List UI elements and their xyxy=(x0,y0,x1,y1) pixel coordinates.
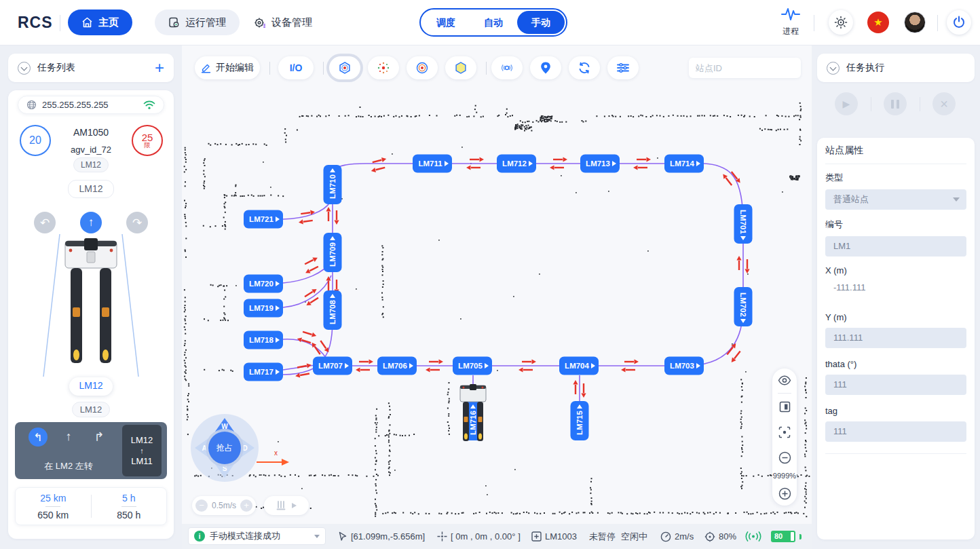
zoom-in-button[interactable] xyxy=(772,487,797,503)
station-LM710[interactable]: LM710 xyxy=(324,165,342,204)
zoom-percent: 9999% xyxy=(770,472,799,480)
speed-plus-button[interactable]: + xyxy=(240,499,252,512)
play-icon: ▶ xyxy=(843,98,850,109)
turn-right-icon[interactable]: ↷ xyxy=(126,212,148,233)
station-LM703[interactable]: LM703 xyxy=(664,357,704,375)
nav-item-device[interactable]: 设备管理 xyxy=(240,10,326,35)
straight-icon[interactable]: ↑ xyxy=(80,212,102,233)
toolbar-target-ring-button[interactable] xyxy=(407,56,438,79)
station-LM721[interactable]: LM721 xyxy=(244,210,283,229)
map-canvas[interactable]: xLM710LM709LM708LM716LM715LM701LM702LM71… xyxy=(182,45,812,549)
target-icon xyxy=(704,531,715,542)
svg-text:LM712: LM712 xyxy=(502,159,527,168)
center-focus-button[interactable] xyxy=(772,426,797,441)
connection-status-select[interactable]: i 手动模式连接成功 xyxy=(188,527,326,545)
svg-text:LM704: LM704 xyxy=(565,362,589,370)
station-LM705[interactable]: LM705 xyxy=(453,357,492,375)
station-LM718[interactable]: LM718 xyxy=(244,331,283,349)
station-LM717[interactable]: LM717 xyxy=(244,363,283,381)
cursor-position: [61.099m,-5.656m] xyxy=(338,524,425,549)
agv-ip-row[interactable]: 255.255.255.255 xyxy=(18,96,164,114)
pause-task-button[interactable] xyxy=(884,92,907,115)
station-LM708[interactable]: LM708 xyxy=(324,290,342,330)
svg-text:LM702: LM702 xyxy=(739,292,747,317)
rcs-app: RCS 主页 运行管理 设备管理 调度 自动 手动 进程 ★ xyxy=(0,0,980,549)
route-arrow: ↑ xyxy=(140,447,144,455)
speed-limit-badge: 25限 xyxy=(132,125,163,156)
toolbar-refresh-button[interactable] xyxy=(569,56,600,79)
station-tag: LM12 xyxy=(73,157,109,172)
station-LM719[interactable]: LM719 xyxy=(244,299,283,318)
mode-manual[interactable]: 手动 xyxy=(517,11,565,34)
station-LM714[interactable]: LM714 xyxy=(664,155,704,173)
current-speed-badge: 20 xyxy=(20,125,51,156)
map-view-toolbar: 9999% xyxy=(772,368,797,506)
idle-state: 空闲中 xyxy=(621,524,647,549)
station-LM707[interactable]: LM707 xyxy=(313,357,352,375)
sliders-icon xyxy=(616,62,630,74)
mode-dispatch[interactable]: 调度 xyxy=(422,11,470,34)
station-LM720[interactable]: LM720 xyxy=(244,275,283,293)
nav-item-home[interactable]: 主页 xyxy=(68,10,132,35)
station-LM702[interactable]: LM702 xyxy=(734,287,753,326)
start-edit-button[interactable]: 开始编辑 xyxy=(195,56,260,79)
minimap-button[interactable] xyxy=(772,401,797,415)
gauge-icon xyxy=(660,531,671,542)
location-pin-icon xyxy=(540,61,552,75)
user-avatar[interactable] xyxy=(904,12,926,33)
mode-auto[interactable]: 自动 xyxy=(470,11,517,34)
speed-minus-button[interactable]: − xyxy=(195,499,208,512)
start-edit-label: 开始编辑 xyxy=(216,62,254,74)
toolbar-point-cloud-button[interactable] xyxy=(368,56,399,79)
type-select[interactable]: 普通站点 xyxy=(825,189,966,210)
refresh-icon xyxy=(578,61,591,75)
sun-icon xyxy=(834,16,848,29)
svg-text:LM703: LM703 xyxy=(670,362,694,370)
station-search-input[interactable] xyxy=(696,63,812,73)
nav-item-operation[interactable]: 运行管理 xyxy=(155,10,240,35)
tag-input[interactable]: 111 xyxy=(825,421,966,442)
station-LM709[interactable]: LM709 xyxy=(324,233,342,272)
add-task-button[interactable]: + xyxy=(155,61,164,75)
process-button[interactable]: 进程 xyxy=(776,7,806,37)
power-button[interactable] xyxy=(947,10,971,35)
divider xyxy=(814,15,814,31)
fork-control[interactable] xyxy=(264,496,309,515)
station-search xyxy=(689,58,801,78)
y-input[interactable]: 111.111 xyxy=(825,328,966,348)
theme-toggle-button[interactable] xyxy=(829,10,853,35)
play-task-button[interactable]: ▶ xyxy=(835,92,858,115)
theta-input[interactable]: 111 xyxy=(825,375,966,395)
number-input[interactable]: LM1 xyxy=(825,236,966,257)
agv-model: AM1050 xyxy=(50,127,132,138)
station-LM715[interactable]: LM715 xyxy=(571,401,589,440)
station-LM701[interactable]: LM701 xyxy=(734,204,753,244)
top-navbar: RCS 主页 运行管理 设备管理 调度 自动 手动 进程 ★ xyxy=(0,0,980,45)
toolbar-area-hex-button[interactable] xyxy=(445,56,476,79)
x-value[interactable]: -111.111 xyxy=(825,282,966,292)
radar-icon xyxy=(500,61,514,75)
route-box: LM12 ↑ LM11 xyxy=(122,425,162,476)
plus-square-icon xyxy=(531,531,542,542)
station-LM704[interactable]: LM704 xyxy=(559,357,599,375)
cancel-task-button[interactable]: × xyxy=(932,92,956,115)
hours-col: 5 h 850 h xyxy=(92,488,167,525)
station-LM711[interactable]: LM711 xyxy=(413,155,452,173)
io-button[interactable]: I/O xyxy=(278,56,314,79)
toolbar-filter-button[interactable] xyxy=(607,56,639,79)
divider xyxy=(920,97,920,111)
station-LM713[interactable]: LM713 xyxy=(580,155,620,173)
station-LM712[interactable]: LM712 xyxy=(497,155,536,173)
visibility-button[interactable] xyxy=(772,375,797,388)
manual-joystick[interactable]: WADS抢占 xyxy=(189,413,260,483)
turn-left-icon[interactable]: ↶ xyxy=(34,212,56,233)
station-LM706[interactable]: LM706 xyxy=(377,357,417,375)
task-execution-header[interactable]: 任务执行 xyxy=(817,54,975,82)
language-flag-button[interactable]: ★ xyxy=(867,12,889,33)
task-list-header[interactable]: 任务列表 + xyxy=(8,54,174,82)
toolbar-location-button[interactable] xyxy=(530,56,561,79)
toolbar-station-hex-button[interactable] xyxy=(329,56,360,79)
divider xyxy=(825,164,966,164)
zoom-out-button[interactable] xyxy=(772,451,797,467)
toolbar-radar-button[interactable] xyxy=(491,56,523,79)
